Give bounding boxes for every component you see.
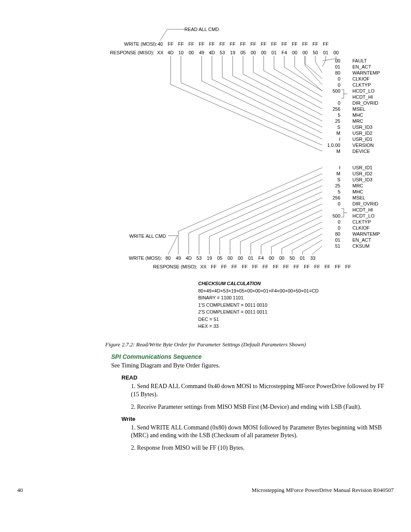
svg-line-66	[313, 246, 322, 254]
svg-line-64	[302, 240, 322, 252]
checksum-calculation: CHECKSUM CALCULATION 80+49+4D+53+19+05+0…	[198, 280, 319, 330]
svg-line-25	[233, 76, 322, 121]
svg-line-52	[240, 204, 322, 242]
bottom-fanout: IUSR_ID1MUSR_ID2SUSR_ID325MRC5MHC256MSEL…	[323, 165, 380, 249]
svg-line-1	[160, 29, 167, 40]
svg-line-13	[295, 67, 322, 91]
page-footer: 40 Microstepping MForce PowerDrive Manua…	[17, 487, 394, 494]
byte-order-diagram: READ ALL CMD WRITE (MOSI): 40FFFFFFFFFFF…	[17, 17, 394, 353]
svg-line-27	[222, 78, 322, 127]
write-all-cmd-label: WRITE ALL CMD	[129, 233, 166, 239]
figure-caption: Figure 2.7.2: Read/Write Byte Order for …	[17, 341, 394, 348]
svg-line-62	[292, 234, 322, 250]
read-step-2: 2. Receive Parameter settings from MISO …	[131, 403, 387, 411]
svg-line-17	[274, 69, 322, 97]
section-title: SPI Communications Sequence	[111, 353, 387, 360]
top-fanout: 00FAULT01EN_ACT80WARNTEMP0CLKIOF0CLKTYP5…	[323, 58, 380, 154]
svg-line-44	[199, 180, 322, 235]
svg-line-54	[251, 210, 322, 243]
svg-line-50	[230, 198, 322, 240]
manual-revision: Microstepping MForce PowerDrive Manual R…	[252, 487, 394, 494]
svg-line-21	[253, 72, 322, 109]
section-intro: See Timing Diagram and Byte Order figure…	[111, 362, 387, 370]
svg-line-23	[243, 74, 322, 115]
svg-line-15	[284, 67, 322, 91]
svg-line-35	[171, 84, 322, 151]
write-mosi-bytes-bottom: 80494D531905000001F40000500133	[163, 255, 318, 261]
svg-line-31	[202, 81, 322, 139]
page-number: 40	[17, 487, 23, 494]
svg-line-46	[209, 186, 322, 236]
svg-line-58	[271, 222, 322, 247]
write-mosi-bytes-top: 40FFFFFFFFFFFFFFFFFFFFFFFFFFFFFFFF	[155, 41, 331, 47]
read-heading: READ	[121, 374, 387, 381]
response-miso-label-bottom: RESPONSE (MISO):	[146, 264, 197, 269]
write-step-1: 1. Send WRITE ALL Command (0x80) down MO…	[131, 424, 387, 440]
response-miso-bytes-top: XX4D1000494D531905000001F40000500100	[155, 50, 341, 55]
checksum-hex: HEX = 33	[198, 323, 319, 330]
svg-line-33	[181, 83, 322, 145]
svg-line-29	[212, 79, 322, 133]
svg-line-60	[282, 228, 322, 249]
svg-line-42	[189, 174, 322, 233]
response-miso-bytes-bottom: XXFFFFFFFFFFFFFFFFFFFFFFFFFFFF	[198, 264, 353, 269]
checksum-ones: 1'S COMPLEMENT = 0011 0010	[198, 302, 319, 309]
checksum-binary: BINARY = 1100 1101	[198, 294, 319, 302]
svg-line-9	[305, 64, 322, 79]
svg-line-56	[261, 216, 322, 245]
write-mosi-label-top: WRITE (MOSI):	[124, 41, 154, 47]
svg-line-11	[305, 65, 322, 85]
read-all-cmd-label: READ ALL CMD	[184, 27, 219, 32]
checksum-dec: DEC = 51	[198, 316, 319, 323]
svg-line-7	[315, 62, 322, 73]
read-step-1: 1. Send READ ALL Command 0x40 down MOSI …	[131, 383, 387, 399]
response-miso-label-top: RESPONSE (MISO):	[103, 50, 154, 55]
checksum-twos: 2'S COMPLEMENT = 0011 0011	[198, 308, 319, 316]
checksum-title: CHECKSUM CALCULATION	[198, 280, 319, 287]
write-mosi-label-bottom: WRITE (MOSI):	[128, 255, 162, 261]
write-step-2: 2. Response from MISO will be FF (10) By…	[131, 444, 387, 452]
svg-line-73	[168, 236, 177, 255]
svg-line-40	[178, 168, 322, 231]
write-heading: Write	[121, 416, 387, 422]
checksum-sum: 80+49+4D+53+19+05+00+00+01+F4+00+00+50+0…	[198, 287, 319, 295]
svg-line-19	[264, 71, 322, 103]
svg-line-48	[220, 192, 322, 238]
